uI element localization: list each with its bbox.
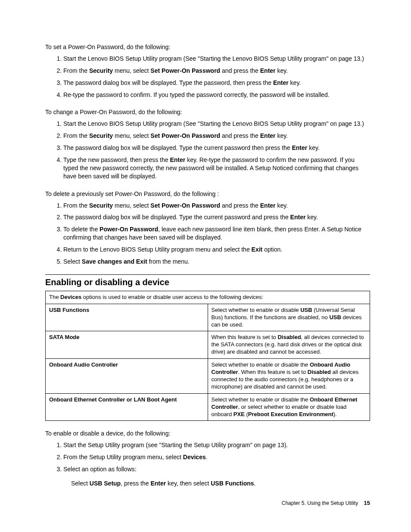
table-row: Onboard Audio ControllerSelect whether t…	[46, 359, 370, 394]
device-name-cell: Onboard Audio Controller	[46, 359, 208, 394]
list-item: From the Security menu, select Set Power…	[63, 202, 370, 210]
section-rule	[45, 274, 370, 275]
list-item: From the Security menu, select Set Power…	[63, 67, 370, 75]
list-item: Start the Lenovo BIOS Setup Utility prog…	[63, 120, 370, 128]
set-steps: Start the Lenovo BIOS Setup Utility prog…	[45, 55, 370, 99]
enable-steps: Start the Setup Utility program (see "St…	[45, 441, 370, 473]
delete-intro: To delete a previously set Power-On Pass…	[45, 190, 370, 198]
list-item: Return to the Lenovo BIOS Setup Utility …	[63, 246, 370, 254]
footer-chapter: Chapter 5. Using the Setup Utility	[282, 500, 358, 506]
page: To set a Power-On Password, do the follo…	[0, 0, 411, 532]
device-name-cell: SATA Mode	[46, 331, 208, 359]
list-item: Re-type the password to confirm. If you …	[63, 91, 370, 99]
list-item: From the Setup Utility program menu, sel…	[63, 453, 370, 461]
set-intro: To set a Power-On Password, do the follo…	[45, 43, 370, 51]
footer-page: 15	[364, 500, 370, 506]
list-item: The password dialog box will be displaye…	[63, 213, 370, 221]
device-table: The Devices options is used to enable or…	[45, 291, 370, 421]
list-item: The password dialog box will be displaye…	[63, 79, 370, 87]
table-intro-cell: The Devices options is used to enable or…	[46, 291, 370, 304]
list-item: The password dialog box will be displaye…	[63, 144, 370, 152]
device-rows: USB FunctionsSelect whether to enable or…	[46, 304, 370, 421]
device-desc-cell: Select whether to enable or disable the …	[208, 393, 370, 421]
list-item: Start the Lenovo BIOS Setup Utility prog…	[63, 55, 370, 63]
enable-post-intro: To enable or disable a device, do the fo…	[45, 429, 370, 438]
list-item: Type the new password, then press the En…	[63, 156, 370, 180]
list-item: Start the Setup Utility program (see "St…	[63, 441, 370, 449]
list-item: To delete the Power-On Password, leave e…	[63, 225, 370, 242]
device-name-cell: USB Functions	[46, 304, 208, 331]
section-title: Enabling or disabling a device	[45, 277, 370, 287]
list-item: Select an option as follows:	[63, 465, 370, 473]
list-item: Select Save changes and Exit from the me…	[63, 258, 370, 266]
delete-steps: From the Security menu, select Set Power…	[45, 202, 370, 266]
page-footer: Chapter 5. Using the Setup Utility 15	[282, 500, 370, 506]
device-desc-cell: When this feature is set to Disabled, al…	[208, 331, 370, 359]
device-desc-cell: Select whether to enable or disable the …	[208, 359, 370, 394]
change-steps: Start the Lenovo BIOS Setup Utility prog…	[45, 120, 370, 180]
list-item: From the Security menu, select Set Power…	[63, 132, 370, 140]
table-row: USB FunctionsSelect whether to enable or…	[46, 304, 370, 331]
device-desc-cell: Select whether to enable or disable USB …	[208, 304, 370, 331]
device-name-cell: Onboard Ethernet Controller or LAN Boot …	[46, 393, 208, 421]
table-row: SATA ModeWhen this feature is set to Dis…	[46, 331, 370, 359]
change-intro: To change a Power-On Password, do the fo…	[45, 108, 370, 116]
table-row: Onboard Ethernet Controller or LAN Boot …	[46, 393, 370, 421]
enable-substep: Select USB Setup, press the Enter key, t…	[71, 479, 370, 488]
